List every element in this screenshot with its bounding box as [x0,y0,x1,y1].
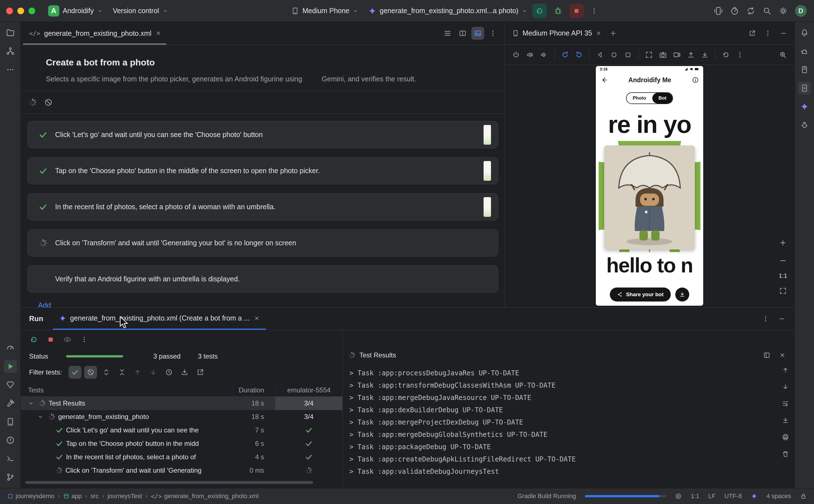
device-tab[interactable]: Medium Phone API 35 [509,29,604,37]
bot-toggle[interactable]: Bot [652,93,672,103]
horizontal-scrollbar[interactable] [25,481,338,484]
console-output[interactable]: > Task :app:processDebugJavaRes UP-TO-DA… [343,362,777,488]
settings-icon[interactable] [779,6,788,15]
scroll-to-end-button[interactable] [779,414,792,427]
line-separator[interactable]: LF [708,493,716,500]
gradle-tool-button[interactable] [798,45,811,58]
step-screenshot-thumbnail[interactable] [483,125,491,145]
step-screenshot-thumbnail[interactable] [483,161,491,181]
running-devices-tool-button[interactable] [798,82,811,95]
zoom-in-button[interactable] [777,236,789,249]
close-icon[interactable] [254,315,260,321]
lock-icon[interactable] [800,493,807,500]
journey-step[interactable]: Click on 'Transform' and wait until 'Gen… [27,229,498,256]
import-results-button[interactable] [178,366,191,379]
indent-setting[interactable]: 4 spaces [766,493,791,500]
power-button[interactable] [510,48,523,61]
stop-button[interactable] [569,4,584,18]
structure-tool-button[interactable] [4,45,17,58]
download-bot-button[interactable] [675,288,689,302]
app-inspection-tool-button[interactable] [4,378,17,391]
run-configuration-selector[interactable]: generate_from_existing_photo.xml...a pho… [363,3,532,19]
debug-button[interactable] [551,4,565,18]
editor-split-view-button[interactable] [456,27,469,40]
print-button[interactable] [779,431,792,444]
device-manager-tool-button[interactable] [798,63,811,76]
share-bot-button[interactable]: Share your bot [610,288,671,302]
zoom-out-button[interactable] [777,254,789,267]
rotate-right-button[interactable] [573,48,585,61]
test-row[interactable]: Test Results 18 s 3/4 [21,397,342,410]
photo-toggle[interactable]: Photo [627,93,652,103]
chevron-down-icon[interactable] [26,400,36,406]
breadcrumb-item[interactable]: src [91,493,99,500]
close-icon[interactable] [155,30,161,36]
next-failed-button[interactable] [147,366,160,379]
previous-failed-button[interactable] [131,366,144,379]
console-layout-button[interactable] [760,349,773,362]
run-tool-button[interactable] [4,360,17,373]
test-row[interactable]: Click 'Let's go' and wait until you can … [21,423,342,437]
caret-position[interactable]: 1:1 [691,493,699,500]
vcs-selector[interactable]: Version control [108,3,173,19]
expand-all-button[interactable] [100,366,113,379]
journey-step[interactable]: Verify that an Android figurine with an … [27,265,498,293]
editor-tab[interactable]: </> generate_from_existing_photo.xml [21,22,169,45]
profiler-tool-button[interactable] [4,342,17,354]
journey-step[interactable]: In the recent list of photos, select a p… [27,193,498,220]
app-quality-insights-tool-button[interactable] [798,119,811,131]
screenshot-settings-button[interactable] [643,48,655,61]
build-tool-button[interactable] [4,397,17,410]
device-selector[interactable]: Medium Phone [286,3,363,19]
export-results-button[interactable] [194,366,207,379]
run-header-more-button[interactable] [759,312,772,325]
gemini-tool-button[interactable] [798,100,811,113]
close-icon[interactable] [596,30,602,36]
android-overview-button[interactable] [622,48,634,61]
file-encoding[interactable]: UTF-8 [724,493,742,500]
window-minimize-button[interactable] [17,8,24,14]
device-panel-more-button[interactable] [761,27,774,40]
window-zoom-button[interactable] [29,8,35,14]
editor-list-view-button[interactable] [441,27,454,40]
search-icon[interactable] [763,6,771,15]
version-control-tool-button[interactable] [4,471,17,484]
collapse-all-button[interactable] [116,366,128,379]
profiler-icon[interactable] [730,6,739,15]
rerun-tests-button[interactable] [27,333,40,346]
device-explorer-tool-button[interactable] [4,415,17,428]
test-row[interactable]: Tap on the 'Choose photo' button in the … [21,437,342,450]
android-home-button[interactable] [608,48,620,61]
test-history-button[interactable] [163,366,175,379]
zoom-level-label[interactable]: 1:1 [779,272,787,279]
console-close-button[interactable] [776,349,789,362]
window-close-button[interactable] [6,8,13,14]
breadcrumb-item[interactable]: </>generate_from_existing_photo.xml [151,493,258,500]
device-mirror-icon[interactable] [714,6,723,15]
track-running-test-button[interactable] [61,333,74,346]
screenshot-button[interactable] [657,48,669,61]
run-tab[interactable]: generate_from_existing_photo.xml (Create… [53,308,266,330]
project-tool-button[interactable] [4,26,17,39]
phone-info-icon[interactable] [692,77,699,83]
editor-preview-view-button[interactable] [471,27,484,40]
test-row[interactable]: generate_from_existing_photo 18 s 3/4 [21,410,342,423]
more-tool-windows-button[interactable] [4,63,17,76]
new-device-tab-button[interactable] [607,27,620,40]
breadcrumb-item[interactable]: journeysdemo [7,493,54,500]
rotate-left-button[interactable] [559,48,571,61]
problems-tool-button[interactable] [4,434,17,447]
run-journey-button[interactable] [532,4,547,18]
show-skipped-toggle[interactable] [84,366,97,379]
hide-panel-button[interactable] [777,27,790,40]
tests-column-header[interactable]: Tests [21,386,233,394]
cancel-build-icon[interactable] [675,493,682,500]
step-screenshot-thumbnail[interactable] [483,197,491,217]
project-selector[interactable]: A Androidify [43,3,108,19]
show-passed-toggle[interactable] [69,366,81,379]
journey-step[interactable]: Tap on the 'Choose photo' button in the … [27,157,498,184]
add-step-button[interactable]: Add [38,301,51,307]
stop-journey-icon[interactable] [44,98,53,107]
journey-step[interactable]: Click 'Let's go' and wait until you can … [27,121,498,148]
breadcrumb-item[interactable]: app [63,493,82,500]
